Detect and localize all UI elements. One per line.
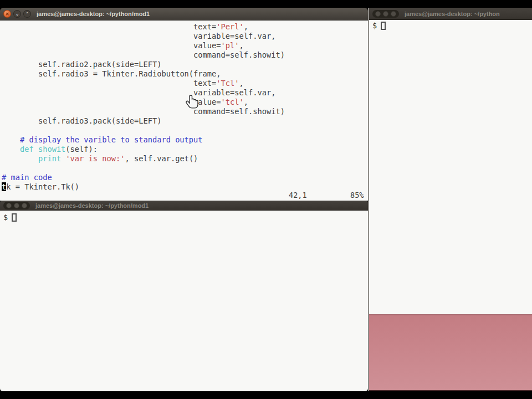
shell-terminal-right-titlebar[interactable]: james@james-desktop: ~/python [369,8,532,20]
code-line: def showit(self): [2,145,368,154]
code-line: command=self.showit) [2,50,368,60]
shell-terminal-bottom-titlebar[interactable]: james@james-desktop: ~/python/mod1 [0,201,368,211]
code-line: variable=self.var, [2,32,368,41]
maximize-button[interactable] [22,203,27,208]
close-button[interactable] [375,11,381,17]
code-line: self.radio2.pack(side=LEFT) [2,60,368,69]
shell-prompt: $ [372,21,377,30]
maximize-button[interactable] [391,11,396,17]
minimize-button[interactable] [383,11,388,17]
desktop: ✕ ⌄ ⌃ james@james-desktop: ~/python/mod1… [0,0,532,399]
window-title: james@james-desktop: ~/python/mod1 [35,202,149,209]
maximize-button[interactable]: ⌃ [23,10,31,18]
window-buttons-group[interactable] [3,202,30,209]
minimize-button[interactable]: ⌄ [13,10,21,18]
minimize-button[interactable] [14,203,19,208]
vim-terminal-titlebar[interactable]: ✕ ⌄ ⌃ james@james-desktop: ~/python/mod1 [0,8,368,21]
shell-terminal-bottom-area[interactable]: $ [0,211,368,391]
terminal-cursor [12,213,17,222]
code-line: self.radio3 = Tkinter.Radiobutton(frame, [2,69,368,79]
vim-cursor-position: 42,1 [289,191,307,200]
code-line [2,126,368,135]
terminal-cursor [381,22,386,30]
code-line: value='pl', [2,41,368,50]
code-line: print 'var is now:', self.var.get() [2,154,368,163]
code-line: # main code [2,173,368,182]
window-title: james@james-desktop: ~/python/mod1 [37,11,150,17]
window-buttons-group[interactable] [372,10,399,18]
shell-prompt-line: $ [372,21,386,30]
hand-cursor-icon [185,94,200,111]
code-line [2,163,368,173]
code-line: # display the varible to standard output [2,135,368,145]
vim-terminal-window: ✕ ⌄ ⌃ james@james-desktop: ~/python/mod1… [0,8,368,201]
code-line: text='Perl', [2,22,368,32]
vim-editor-area[interactable]: text='Perl',variable=self.var,value='pl'… [0,21,368,201]
shell-prompt: $ [3,213,8,222]
window-title: james@james-desktop: ~/python [405,11,500,17]
vim-scroll-percent: 85% [350,191,364,200]
code-line: self.radio3.pack(side=LEFT) [2,116,368,126]
shell-terminal-bottom-window: james@james-desktop: ~/python/mod1 $ [0,201,368,391]
tk-app-window [369,314,532,391]
code-line: tk = Tkinter.Tk() [2,182,368,192]
close-button[interactable] [6,203,12,208]
shell-prompt-line: $ [3,213,17,222]
code-line: text='Tcl', [2,79,368,88]
close-button[interactable]: ✕ [3,10,11,18]
